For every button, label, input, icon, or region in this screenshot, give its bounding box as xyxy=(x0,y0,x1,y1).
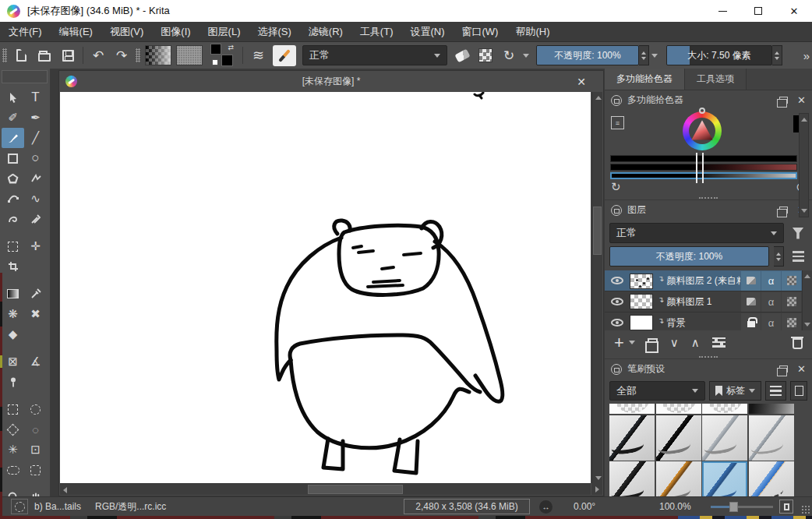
gradient-chooser[interactable] xyxy=(145,45,171,65)
horizontal-scroll-thumb[interactable] xyxy=(308,485,403,494)
brush-grid-scrollbar[interactable] xyxy=(799,113,809,217)
spin-up-icon[interactable] xyxy=(775,51,779,55)
tool-polygon[interactable] xyxy=(2,168,24,189)
fit-page-button[interactable] xyxy=(779,500,793,514)
tool-colorize-mask[interactable]: ❋ xyxy=(2,304,24,324)
eraser-mode-button[interactable] xyxy=(450,44,474,66)
scroll-down-icon[interactable] xyxy=(801,209,807,213)
inherit-alpha-toggle[interactable] xyxy=(741,271,761,291)
add-layer-dropdown-icon[interactable] xyxy=(629,341,635,344)
layer-filter-button[interactable] xyxy=(789,223,807,243)
tool-multibrush[interactable] xyxy=(24,209,47,229)
scrollbar-corner[interactable] xyxy=(591,483,602,495)
layer-properties-button[interactable] xyxy=(712,337,726,348)
tool-rectangle[interactable] xyxy=(2,148,24,168)
display-mode-button[interactable] xyxy=(790,381,807,401)
tool-gradient[interactable] xyxy=(2,284,24,304)
menu-item-filter[interactable]: 滤镜(R) xyxy=(300,22,351,41)
hue-handle[interactable] xyxy=(699,108,705,114)
tool-polygonal-selection[interactable] xyxy=(2,419,24,440)
opacity-spinner[interactable] xyxy=(639,45,649,65)
open-document-button[interactable] xyxy=(33,44,56,66)
tool-similar-color-selection[interactable]: ⊡ xyxy=(24,440,47,460)
brush-preset[interactable] xyxy=(749,415,794,461)
brush-size-spinner[interactable] xyxy=(772,45,782,65)
menu-item-view[interactable]: 视图(V) xyxy=(101,22,152,41)
tool-measure[interactable]: ∡ xyxy=(24,351,47,372)
canvas-horizontal-scrollbar[interactable] xyxy=(60,483,591,495)
maximize-button[interactable] xyxy=(740,0,776,22)
default-colors-icon[interactable] xyxy=(212,59,218,65)
layer-visibility-toggle[interactable] xyxy=(605,319,630,327)
spin-up-icon[interactable] xyxy=(641,51,646,55)
canvas-vertical-scrollbar[interactable] xyxy=(591,92,602,484)
tool-color-sampler[interactable] xyxy=(24,284,47,304)
docker-splitter-grip[interactable] xyxy=(699,356,718,358)
refresh-icon[interactable]: ↻ xyxy=(611,180,621,194)
tool-reference-images[interactable] xyxy=(2,372,24,392)
layer-name[interactable]: 颜料图层 2 (来自粘贴) xyxy=(666,274,740,288)
menu-item-edit[interactable]: 编辑(E) xyxy=(51,22,101,41)
scroll-down-icon[interactable] xyxy=(804,323,810,327)
preserve-alpha-button[interactable] xyxy=(474,44,497,66)
toolbar-grip[interactable] xyxy=(2,48,7,62)
tool-contiguous-selection[interactable]: ✳ xyxy=(2,440,24,460)
move-layer-up-button[interactable]: ∧ xyxy=(691,336,700,350)
layer-properties-toggle[interactable] xyxy=(782,313,801,331)
alpha-lock-toggle[interactable]: α xyxy=(761,292,781,312)
tool-smart-patch[interactable]: ✖ xyxy=(24,304,47,324)
layer-thumbnail[interactable] xyxy=(630,315,653,330)
preset-menu-button[interactable] xyxy=(765,381,786,401)
menu-item-help[interactable]: 帮助(H) xyxy=(507,22,558,41)
menu-item-window[interactable]: 窗口(W) xyxy=(454,22,507,41)
brush-size-slider[interactable]: 大小: 7.50 像素 xyxy=(666,45,772,65)
layer-thumbnail[interactable] xyxy=(630,274,653,289)
canvas[interactable] xyxy=(60,92,591,484)
layer-row[interactable]: ↴颜料图层 2 (来自粘贴) α xyxy=(605,270,812,291)
brush-preset[interactable] xyxy=(702,404,747,414)
layer-row[interactable]: ↴背景 α xyxy=(605,312,812,330)
spin-down-icon[interactable] xyxy=(641,57,646,60)
tool-freehand-selection[interactable]: ◌ xyxy=(24,419,47,440)
layer-thumbnail[interactable] xyxy=(630,294,653,309)
toolbar-overflow-button[interactable]: » xyxy=(803,49,810,62)
background-color-swatch[interactable] xyxy=(221,55,233,66)
tool-freehand-brush[interactable] xyxy=(2,128,24,148)
layer-lock-toggle[interactable] xyxy=(741,313,761,331)
tool-rectangular-selection[interactable] xyxy=(2,399,24,419)
brush-preset[interactable] xyxy=(609,404,655,414)
tool-transform[interactable] xyxy=(2,236,24,256)
menu-item-settings[interactable]: 设置(N) xyxy=(401,22,453,41)
tool-freehand-path[interactable]: ∿ xyxy=(24,189,47,209)
tab-tool-options[interactable]: 工具选项 xyxy=(685,69,747,90)
menu-item-file[interactable]: 文件(F) xyxy=(0,22,51,41)
resize-grip[interactable] xyxy=(801,505,810,514)
tool-text[interactable]: T xyxy=(24,87,47,108)
layer-properties-toggle[interactable] xyxy=(782,271,801,291)
tool-line[interactable]: ╱ xyxy=(24,128,47,148)
selection-display-button[interactable] xyxy=(11,499,28,514)
float-docker-icon[interactable] xyxy=(779,207,788,214)
document-tab-bar[interactable]: [未保存图像] * ✕ xyxy=(59,71,603,92)
close-docker-icon[interactable]: ✕ xyxy=(797,363,806,375)
gradient-bar-value[interactable] xyxy=(610,155,797,162)
spin-up-icon[interactable] xyxy=(776,252,781,256)
add-layer-button[interactable]: + xyxy=(614,335,624,351)
lock-icon[interactable] xyxy=(611,205,622,216)
tool-magnetic-selection[interactable] xyxy=(24,460,47,480)
canvas-rotation-value[interactable]: 0.00° xyxy=(574,497,595,516)
gradient-bar-saturation[interactable] xyxy=(610,164,797,171)
tab-advanced-color-selector[interactable]: 多功能拾色器 xyxy=(605,69,685,90)
zoom-percentage[interactable]: 100.0% xyxy=(659,497,691,516)
layer-options-button[interactable] xyxy=(789,246,807,267)
tool-dynamic-brush[interactable] xyxy=(2,209,24,229)
reload-dropdown-arrow[interactable] xyxy=(521,54,531,58)
tool-crop[interactable] xyxy=(2,256,24,277)
brush-blend-mode-dropdown[interactable]: 正常 xyxy=(302,45,447,65)
brush-preset[interactable] xyxy=(656,404,701,414)
canvas-drawing[interactable] xyxy=(60,92,591,484)
scroll-up-icon[interactable] xyxy=(804,274,810,278)
redo-button[interactable]: ↷ xyxy=(110,44,133,66)
scroll-left-icon[interactable] xyxy=(63,487,67,493)
duplicate-layer-button[interactable] xyxy=(648,338,658,347)
